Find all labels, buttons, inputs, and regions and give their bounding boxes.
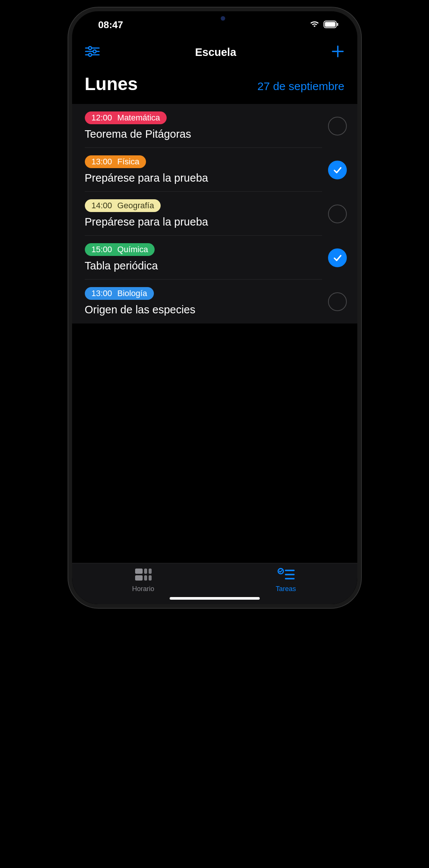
svg-rect-16: [149, 575, 152, 581]
svg-rect-1: [325, 22, 335, 27]
svg-rect-14: [135, 575, 143, 581]
tab-horario[interactable]: Horario: [72, 568, 215, 593]
task-checkbox[interactable]: [328, 117, 347, 135]
task-title: Tabla periódica: [85, 260, 321, 272]
task-time: 13:00: [92, 289, 112, 298]
nav-bar: Escuela: [72, 34, 357, 67]
day-label: Lunes: [85, 74, 138, 94]
task-item[interactable]: 14:00GeografíaPrepárese para la prueba: [72, 192, 357, 236]
task-badge: 15:00Química: [85, 243, 155, 256]
add-icon[interactable]: [331, 45, 344, 59]
task-list: 12:00MatemáticaTeorema de Pitágoras13:00…: [72, 104, 357, 323]
tab-tareas[interactable]: Tareas: [215, 568, 357, 593]
task-checkbox[interactable]: [328, 248, 347, 267]
task-subject: Física: [117, 157, 140, 167]
date-header: Lunes 27 de septiembre: [72, 67, 357, 104]
task-badge: 12:00Matemática: [85, 111, 167, 124]
tab-label: Tareas: [275, 585, 296, 593]
task-content: 14:00GeografíaPrepárese para la prueba: [85, 199, 321, 228]
task-subject: Química: [117, 245, 148, 254]
task-title: Prepárese para la prueba: [85, 172, 321, 184]
task-subject: Matemática: [117, 113, 160, 123]
nav-title: Escuela: [195, 46, 236, 59]
svg-rect-12: [144, 569, 147, 574]
tareas-icon: [277, 568, 295, 583]
settings-icon[interactable]: [85, 46, 100, 59]
task-badge: 14:00Geografía: [85, 199, 161, 212]
task-subject: Geografía: [117, 201, 154, 211]
task-checkbox[interactable]: [328, 292, 347, 311]
tab-label: Horario: [132, 585, 154, 593]
task-time: 12:00: [92, 113, 112, 123]
task-content: 13:00FísicaPrepárese para la prueba: [85, 155, 321, 184]
task-checkbox[interactable]: [328, 205, 347, 223]
phone-frame: 08:47 Escuela: [68, 8, 361, 608]
svg-rect-13: [149, 569, 152, 574]
content[interactable]: 12:00MatemáticaTeorema de Pitágoras13:00…: [72, 104, 357, 563]
status-time: 08:47: [98, 19, 123, 31]
svg-rect-2: [337, 23, 338, 26]
home-indicator[interactable]: [170, 597, 260, 600]
task-subject: Biología: [117, 289, 148, 298]
notch: [177, 11, 252, 26]
svg-rect-15: [144, 575, 147, 581]
task-title: Teorema de Pitágoras: [85, 128, 321, 140]
task-title: Origen de las especies: [85, 304, 321, 316]
battery-icon: [324, 19, 339, 31]
task-content: 12:00MatemáticaTeorema de Pitágoras: [85, 111, 321, 140]
screen: 08:47 Escuela: [72, 11, 357, 604]
task-item[interactable]: 13:00FísicaPrepárese para la prueba: [72, 148, 357, 192]
task-badge: 13:00Biología: [85, 287, 154, 300]
wifi-icon: [309, 19, 320, 31]
svg-rect-11: [135, 569, 143, 574]
date-label[interactable]: 27 de septiembre: [257, 80, 345, 93]
svg-point-8: [89, 53, 92, 56]
status-right: [309, 19, 339, 31]
task-item[interactable]: 12:00MatemáticaTeorema de Pitágoras: [72, 104, 357, 148]
task-item[interactable]: 13:00BiologíaOrigen de las especies: [72, 280, 357, 323]
task-content: 13:00BiologíaOrigen de las especies: [85, 287, 321, 316]
task-item[interactable]: 15:00QuímicaTabla periódica: [72, 236, 357, 280]
task-content: 15:00QuímicaTabla periódica: [85, 243, 321, 272]
task-time: 14:00: [92, 201, 112, 211]
task-time: 13:00: [92, 157, 112, 167]
task-badge: 13:00Física: [85, 155, 146, 168]
horario-icon: [134, 568, 152, 583]
task-title: Prepárese para la prueba: [85, 216, 321, 228]
task-checkbox[interactable]: [328, 161, 347, 179]
svg-point-4: [89, 47, 92, 50]
svg-point-6: [93, 50, 96, 53]
task-time: 15:00: [92, 245, 112, 254]
